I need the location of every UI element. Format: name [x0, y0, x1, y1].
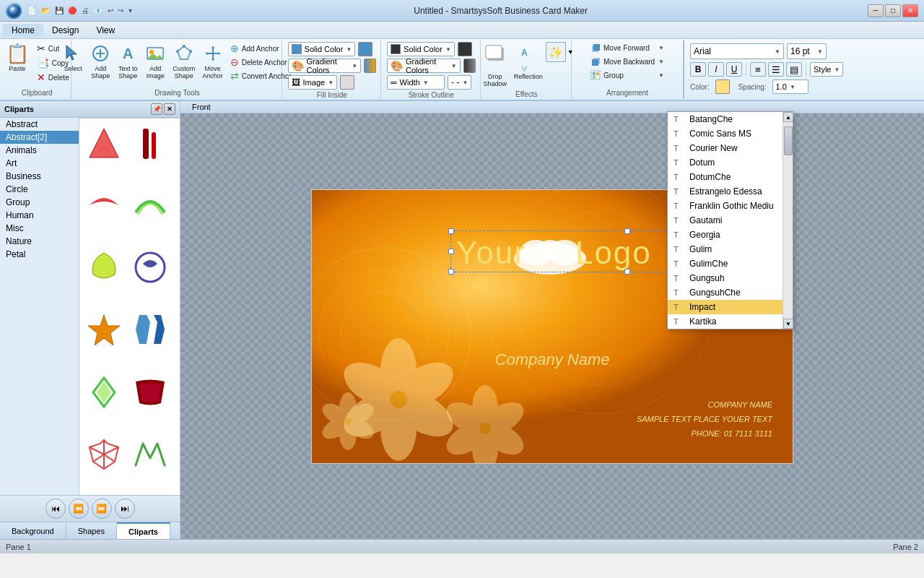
category-item-group[interactable]: Group [0, 196, 79, 209]
minimize-button[interactable]: ─ [868, 4, 884, 17]
font-item-gulimche[interactable]: TGulimChe [668, 256, 793, 271]
font-family-dropdown[interactable]: Arial ▼ [690, 43, 784, 59]
font-item-estrangelo-edessa[interactable]: TEstrangelo Edessa [668, 184, 793, 199]
font-dropdown-list[interactable]: TBatangCheTComic Sans MSTCourier NewTDot… [667, 111, 793, 329]
paste-button[interactable]: 📋 Paste [2, 42, 32, 74]
clipart-item[interactable] [128, 308, 172, 351]
font-item-comic-sans-ms[interactable]: TComic Sans MS [668, 126, 793, 141]
dash-style-dropdown[interactable]: - - ▼ [448, 75, 471, 90]
player-last-button[interactable]: ⏭ [115, 499, 135, 519]
clipart-item[interactable] [128, 121, 172, 165]
sidebar-pin-button[interactable]: 📌 [151, 103, 162, 115]
maximize-button[interactable]: □ [885, 4, 901, 17]
clipart-item[interactable] [175, 308, 180, 351]
stroke-solid-dropdown[interactable]: Solid Color ▼ [387, 42, 455, 56]
font-size-dropdown[interactable]: 16 pt ▼ [787, 43, 827, 59]
font-list-scrollbar[interactable]: ▲ ▼ [783, 112, 793, 329]
tab-background[interactable]: Background [0, 522, 66, 539]
bold-button[interactable]: B [690, 62, 706, 77]
clipart-item[interactable] [82, 308, 126, 351]
move-anchor-button[interactable]: Move Anchor [199, 42, 226, 81]
clipart-item[interactable] [175, 121, 180, 165]
clipart-item[interactable] [128, 184, 172, 227]
text-to-shape-button[interactable]: A Text to Shape [115, 42, 141, 81]
tab-cliparts[interactable]: Cliparts [117, 522, 170, 539]
category-item-petal[interactable]: Petal [0, 248, 79, 261]
reflection-button[interactable]: A A Reflection [513, 42, 544, 82]
font-item-kartika[interactable]: TKartika [668, 314, 793, 329]
font-item-impact[interactable]: TImpact [668, 300, 793, 314]
category-item-abstract[2][interactable]: Abstract[2] [0, 131, 79, 144]
font-item-gungsuh[interactable]: TGungsuh [668, 271, 793, 285]
canvas-tab-front[interactable]: Front [180, 101, 924, 113]
clipart-item[interactable] [175, 184, 180, 227]
clipart-item[interactable] [175, 433, 180, 476]
quick-access-toolbar[interactable]: 📄 📂 💾 🔴 🖨 📧 ↩ ↪ ▾ [26, 7, 134, 14]
scrollbar-down[interactable]: ▼ [783, 319, 793, 329]
font-item-gautami[interactable]: TGautami [668, 213, 793, 228]
fill-gradient-dropdown[interactable]: 🎨 Gradient Colors ▼ [288, 59, 362, 73]
scrollbar-up[interactable]: ▲ [783, 112, 793, 122]
drop-shadow-button[interactable]: Drop Shadow [479, 42, 511, 89]
move-forward-button[interactable]: Move Forward ▼ [588, 42, 667, 53]
fill-color-picker[interactable] [358, 42, 372, 56]
canvas-body[interactable]: Your Logo Company Name [180, 113, 924, 539]
tab-shapes[interactable]: Shapes [66, 522, 117, 539]
letter-spacing-dropdown[interactable]: 1.0 ▼ [772, 79, 808, 94]
image-dropdown[interactable]: 🖼 Image ▼ [288, 75, 338, 90]
category-item-business[interactable]: Business [0, 170, 79, 183]
clipart-item[interactable] [175, 371, 180, 414]
clipart-item[interactable] [82, 184, 126, 227]
clipart-item[interactable] [82, 433, 126, 476]
align-left-button[interactable]: ≡ [750, 62, 766, 77]
player-first-button[interactable]: ⏮ [45, 499, 66, 519]
menu-design[interactable]: Design [43, 24, 87, 37]
font-item-franklin-gothic-mediu[interactable]: TFranklin Gothic Mediu [668, 199, 793, 213]
align-center-button[interactable]: ☰ [768, 62, 784, 77]
font-item-courier-new[interactable]: TCourier New [668, 141, 793, 155]
text-color-picker[interactable] [715, 79, 730, 94]
move-backward-button[interactable]: Move Backward ▼ [588, 56, 667, 67]
category-item-animals[interactable]: Animals [0, 144, 79, 157]
category-item-misc[interactable]: Misc [0, 222, 79, 235]
sidebar-close-button[interactable]: ✕ [164, 103, 175, 115]
category-item-human[interactable]: Human [0, 209, 79, 222]
style-dropdown[interactable]: Style ▼ [810, 62, 843, 77]
clipart-item[interactable] [128, 433, 172, 476]
fill-solid-dropdown[interactable]: Solid Color ▼ [288, 42, 356, 56]
menu-view[interactable]: View [87, 24, 123, 37]
font-item-gulim[interactable]: TGulim [668, 242, 793, 256]
clipart-item[interactable] [128, 246, 172, 289]
stroke-color-picker[interactable] [458, 42, 472, 56]
italic-button[interactable]: I [708, 62, 724, 77]
category-item-nature[interactable]: Nature [0, 235, 79, 248]
category-item-art[interactable]: Art [0, 157, 79, 170]
custom-shape-button[interactable]: Custom Shape [170, 42, 198, 81]
add-image-button[interactable]: Add Image [142, 42, 168, 81]
effects-more-dropdown[interactable]: ✨ ▼ [546, 42, 574, 62]
underline-button[interactable]: U [726, 62, 742, 77]
font-item-dotum[interactable]: TDotum [668, 155, 793, 170]
clipart-item[interactable] [82, 121, 126, 165]
align-right-button[interactable]: ▤ [786, 62, 802, 77]
close-button[interactable]: ✕ [902, 4, 918, 17]
clipart-item[interactable] [82, 246, 126, 289]
group-button[interactable]: Group ▼ [588, 69, 667, 81]
stroke-gradient-dropdown[interactable]: 🎨 Gradient Colors ▼ [387, 59, 461, 73]
category-item-abstract[interactable]: Abstract [0, 118, 79, 131]
window-controls[interactable]: ─ □ ✕ [868, 4, 918, 17]
image-picker[interactable] [340, 75, 354, 90]
player-next-button[interactable]: ⏩ [92, 499, 112, 519]
clipart-item[interactable] [82, 371, 126, 414]
add-shape-button[interactable]: Add Shape [87, 42, 113, 81]
category-item-circle[interactable]: Circle [0, 183, 79, 196]
menu-home[interactable]: Home [3, 24, 43, 37]
scrollbar-thumb[interactable] [784, 126, 793, 155]
player-prev-button[interactable]: ⏪ [69, 499, 89, 519]
font-item-gungsuhche[interactable]: TGungsuhChe [668, 285, 793, 300]
stroke-gradient-picker[interactable] [463, 59, 476, 73]
clipart-item[interactable] [128, 371, 172, 414]
font-item-batangche[interactable]: TBatangChe [668, 112, 793, 126]
gradient-color-picker[interactable] [364, 59, 376, 73]
clipart-item[interactable] [175, 246, 180, 289]
